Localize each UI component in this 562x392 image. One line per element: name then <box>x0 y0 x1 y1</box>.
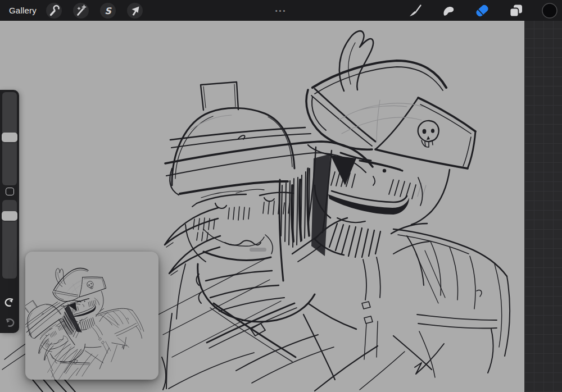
selection-button[interactable]: S <box>100 3 116 19</box>
adjustments-button[interactable] <box>73 3 89 19</box>
eraser-icon <box>474 2 491 19</box>
layers-button[interactable] <box>507 2 524 19</box>
reference-panel-handle[interactable] <box>250 248 266 252</box>
transform-arrow-icon <box>127 3 143 19</box>
actions-button[interactable] <box>46 3 62 19</box>
redo-button[interactable] <box>3 316 16 329</box>
brush-sidebar <box>0 90 19 333</box>
top-toolbar: Gallery S <box>0 0 562 21</box>
erase-tool-button[interactable] <box>474 2 491 19</box>
outside-canvas-area <box>524 21 562 392</box>
gallery-button[interactable]: Gallery <box>9 6 37 15</box>
pirate-collar <box>315 218 429 359</box>
pirate-coat <box>315 229 510 391</box>
soldier-torso <box>158 259 356 389</box>
layers-icon <box>507 2 524 19</box>
pirate-hat <box>306 31 475 171</box>
brush-opacity-thumb[interactable] <box>2 211 17 221</box>
brush-icon <box>406 2 423 19</box>
smudge-tool-button[interactable] <box>440 2 457 19</box>
color-swatch-button[interactable] <box>541 2 558 19</box>
smudge-icon <box>440 2 457 19</box>
redo-arrow-icon <box>3 316 16 329</box>
brush-size-slider[interactable] <box>2 92 17 185</box>
soldier-face <box>165 189 293 275</box>
wrench-icon <box>46 3 62 19</box>
reference-panel-preview <box>25 252 158 380</box>
svg-text:S: S <box>105 6 112 16</box>
paint-tool-button[interactable] <box>406 2 423 19</box>
soldier-helmet <box>165 82 373 195</box>
shadow-hatch-between-heads <box>279 147 332 281</box>
brush-opacity-slider[interactable] <box>2 200 17 279</box>
transform-button[interactable] <box>127 3 143 19</box>
selection-s-icon: S <box>100 3 116 19</box>
procreate-app: Gallery S <box>0 0 562 392</box>
color-circle-icon <box>541 2 558 19</box>
reference-panel[interactable] <box>25 252 158 380</box>
undo-button[interactable] <box>3 295 16 309</box>
skull-emblem <box>418 121 439 147</box>
magic-wand-icon <box>73 3 89 19</box>
undo-arrow-icon <box>3 295 16 309</box>
modify-button[interactable] <box>6 188 14 195</box>
canvas-options-handle[interactable]: ••• <box>275 0 287 21</box>
brush-size-thumb[interactable] <box>2 133 17 142</box>
